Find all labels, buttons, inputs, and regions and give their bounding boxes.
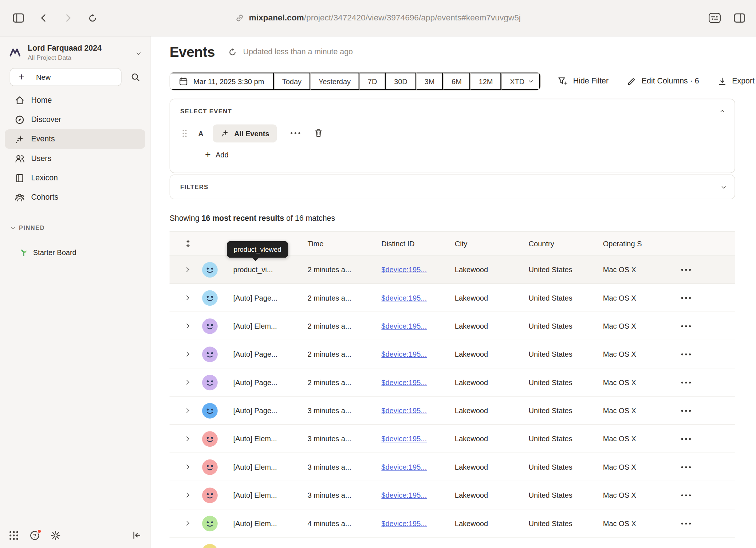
event-name[interactable]: [Auto] Page...	[225, 294, 304, 302]
table-row[interactable]: [Auto] Page... 2 minutes a... $device:19…	[170, 368, 735, 396]
distinct-id-link[interactable]: $device:195...	[378, 378, 451, 387]
pinned-section-toggle[interactable]: PINNED	[0, 224, 150, 231]
row-menu-button[interactable]	[672, 296, 735, 299]
page-settings-button[interactable]	[708, 13, 721, 23]
event-name[interactable]: [Auto] Page...	[225, 350, 304, 359]
date-range-button[interactable]: 6M	[443, 73, 470, 90]
workspace-switcher[interactable]: Lord Farquaad 2024 All Project Data	[0, 36, 150, 66]
row-expand-button[interactable]	[170, 409, 197, 412]
distinct-id-link[interactable]: $device:195...	[378, 406, 451, 415]
sidebar-item-cohorts[interactable]: Cohorts	[5, 188, 145, 207]
hide-filter-button[interactable]: Hide Filter	[557, 76, 609, 86]
sidebar-nav: Home Discover Events	[0, 90, 150, 207]
split-view-button[interactable]	[734, 13, 745, 23]
apps-grid-button[interactable]	[9, 530, 19, 540]
reload-button[interactable]	[87, 13, 98, 23]
url-bar[interactable]: mixpanel.com/project/3472420/view/397469…	[235, 13, 521, 23]
row-menu-button[interactable]	[672, 268, 735, 271]
table-row[interactable]: [Auto] Page... 2 minutes a... $device:19…	[170, 284, 735, 312]
delete-event-button[interactable]	[314, 128, 323, 138]
sort-toggle[interactable]	[170, 240, 197, 247]
sidebar-item-lexicon[interactable]: Lexicon	[5, 168, 145, 188]
settings-gear-button[interactable]	[51, 530, 61, 540]
drag-handle[interactable]	[182, 129, 187, 137]
distinct-id-link[interactable]: $device:195...	[378, 519, 451, 528]
row-menu-button[interactable]	[672, 494, 735, 497]
row-expand-button[interactable]	[170, 352, 197, 356]
table-row[interactable]: [Auto] Elem... 2 minutes a... $device:19…	[170, 312, 735, 340]
browser-sidebar-toggle-icon[interactable]	[13, 13, 24, 23]
sidebar-item-events[interactable]: Events	[5, 129, 145, 149]
search-button[interactable]	[126, 68, 144, 86]
sidebar-item-home[interactable]: Home	[5, 90, 145, 110]
sidebar-item-discover[interactable]: Discover	[5, 110, 145, 129]
row-expand-button[interactable]	[170, 381, 197, 384]
table-row[interactable]: [Auto] Elem... 3 minutes a... $device:19…	[170, 481, 735, 509]
row-menu-button[interactable]	[672, 522, 735, 525]
select-event-header-toggle[interactable]: SELECT EVENT	[170, 99, 735, 124]
all-events-button[interactable]: All Events	[213, 124, 277, 142]
row-menu-button[interactable]	[672, 381, 735, 384]
distinct-id-link[interactable]: $device:195...	[378, 435, 451, 443]
row-menu-button[interactable]	[672, 325, 735, 328]
collapse-sidebar-button[interactable]	[132, 531, 142, 540]
row-menu-button[interactable]	[672, 409, 735, 412]
export-button[interactable]: Export	[717, 77, 755, 86]
column-header-distinct-id: Distinct ID	[378, 239, 451, 248]
date-range-button[interactable]: 12M	[470, 73, 502, 90]
table-row[interactable]: [Auto] Page... 2 minutes a... $device:19…	[170, 340, 735, 368]
back-button[interactable]	[39, 13, 49, 23]
event-name[interactable]: [Auto] Page...	[225, 378, 304, 387]
table-row[interactable]: [Auto] Elem... 4 minutes a... $device:19…	[170, 509, 735, 537]
event-name[interactable]: [Auto] Elem...	[225, 519, 304, 528]
row-expand-button[interactable]	[170, 268, 197, 271]
event-name[interactable]: [Auto] Elem...	[225, 491, 304, 500]
event-name[interactable]: product_vi...	[225, 265, 304, 274]
date-range-button[interactable]: Today	[274, 73, 310, 90]
date-picker-button[interactable]: Mar 11, 2025 3:30 pm	[170, 73, 274, 90]
table-row[interactable]	[170, 538, 735, 548]
event-name[interactable]: [Auto] Page...	[225, 406, 304, 415]
event-spark-icon	[221, 129, 229, 138]
row-expand-button[interactable]	[170, 493, 197, 497]
home-icon	[15, 95, 25, 105]
row-expand-button[interactable]	[170, 437, 197, 440]
event-name[interactable]: [Auto] Elem...	[225, 322, 304, 330]
table-row[interactable]: [Auto] Elem... 3 minutes a... $device:19…	[170, 453, 735, 481]
table-row[interactable]: [Auto] Elem... 3 minutes a... $device:19…	[170, 425, 735, 453]
date-range-button[interactable]: 7D	[359, 73, 386, 90]
row-expand-button[interactable]	[170, 465, 197, 469]
row-menu-button[interactable]	[672, 437, 735, 440]
sidebar-item-users[interactable]: Users	[5, 149, 145, 168]
xtd-button[interactable]: XTD	[501, 73, 540, 90]
row-menu-button[interactable]	[672, 353, 735, 356]
add-event-button[interactable]: + Add	[205, 150, 735, 159]
row-expand-button[interactable]	[170, 296, 197, 300]
forward-button[interactable]	[63, 13, 73, 23]
distinct-id-link[interactable]: $device:195...	[378, 463, 451, 471]
avatar	[202, 544, 218, 548]
row-expand-button[interactable]	[170, 522, 197, 525]
sidebar-item-starter-board[interactable]: Starter Board	[0, 244, 150, 261]
avatar	[202, 375, 218, 390]
table-row[interactable]: [Auto] Page... 3 minutes a... $device:19…	[170, 397, 735, 425]
edit-columns-button[interactable]: Edit Columns · 6	[627, 77, 699, 86]
help-button[interactable]: ?	[29, 530, 40, 540]
event-name[interactable]: [Auto] Elem...	[225, 463, 304, 471]
row-expand-button[interactable]	[170, 324, 197, 328]
distinct-id-link[interactable]: $device:195...	[378, 350, 451, 359]
ellipsis-icon	[681, 409, 691, 412]
date-range-button[interactable]: 30D	[386, 73, 416, 90]
event-name[interactable]: [Auto] Elem...	[225, 435, 304, 443]
date-range-button[interactable]: Yesterday	[310, 73, 359, 90]
date-range-button[interactable]: 3M	[416, 73, 444, 90]
filters-header-toggle[interactable]: FILTERS	[170, 175, 735, 199]
more-options-button[interactable]	[290, 132, 301, 135]
distinct-id-link[interactable]: $device:195...	[378, 322, 451, 330]
refresh-button[interactable]	[228, 47, 237, 56]
new-button[interactable]: + New	[10, 68, 122, 86]
row-menu-button[interactable]	[672, 465, 735, 468]
distinct-id-link[interactable]: $device:195...	[378, 491, 451, 500]
distinct-id-link[interactable]: $device:195...	[378, 265, 451, 274]
distinct-id-link[interactable]: $device:195...	[378, 294, 451, 302]
